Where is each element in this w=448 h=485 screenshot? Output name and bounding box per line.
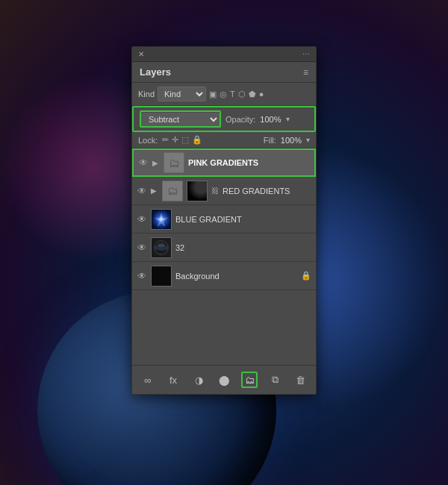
layer-thumb-pink-gradients: 🗂: [164, 152, 184, 173]
layers-list: 👁 ▶ 🗂 PINK GRADIENTS 👁 ▶ 🗂 ⛓ RED GRADIEN…: [132, 148, 316, 290]
lock-label: Lock:: [138, 136, 158, 145]
lock-pixels-icon[interactable]: ✏: [162, 135, 169, 145]
link-button[interactable]: ∞: [140, 372, 156, 388]
filter-pixel-icon[interactable]: ▣: [209, 90, 217, 99]
layer-thumb-background: [151, 266, 172, 287]
panel-title: Layers: [140, 66, 171, 78]
svg-point-4: [158, 242, 164, 247]
duplicate-button[interactable]: ⧉: [267, 372, 283, 388]
blend-select-wrapper: Subtract: [140, 110, 221, 128]
bottom-toolbar: ∞ fx ◑ ⬤ 🗂 ⧉ 🗑: [132, 365, 316, 394]
filter-smart-icon[interactable]: ⬟: [249, 90, 256, 99]
layer-row[interactable]: 👁 BLUE GRADIENT: [132, 205, 316, 234]
layer-name-32: 32: [175, 243, 311, 252]
filter-row: Kind Kind ▣ ◎ T ⬡ ⬟ ●: [132, 83, 316, 106]
fx-button[interactable]: fx: [165, 372, 181, 388]
visibility-icon-pink-gradients[interactable]: 👁: [138, 157, 149, 168]
link-icon-red-gradients: ⛓: [211, 187, 219, 195]
filter-adjust-icon[interactable]: ◎: [220, 90, 227, 99]
layer-locked-icon: 🔒: [301, 271, 311, 281]
lock-all-icon[interactable]: 🔒: [192, 135, 202, 145]
opacity-arrow[interactable]: ▾: [286, 115, 290, 123]
drag-handle: ⋯: [302, 50, 310, 58]
close-icon[interactable]: ✕: [138, 50, 144, 58]
svg-rect-5: [152, 266, 171, 286]
layer-thumb-red-gradients: 🗂: [162, 181, 183, 201]
visibility-icon-red-gradients[interactable]: 👁: [137, 186, 147, 196]
visibility-icon-32[interactable]: 👁: [137, 242, 147, 253]
lock-move-icon[interactable]: ✛: [172, 135, 178, 145]
panel-header: Layers ≡: [132, 62, 316, 83]
expand-icon-pink-gradients[interactable]: ▶: [152, 159, 160, 167]
blend-mode-select[interactable]: Subtract: [141, 113, 220, 126]
layers-panel: ✕ ⋯ Layers ≡ Kind Kind ▣ ◎ T ⬡ ⬟ ● Subtr…: [131, 46, 317, 395]
layer-row[interactable]: 👁 Background 🔒: [132, 262, 316, 290]
adjustment-button[interactable]: ◑: [190, 372, 207, 388]
fill-value[interactable]: 100%: [281, 136, 302, 145]
opacity-label: Opacity:: [225, 115, 255, 124]
panel-menu-icon[interactable]: ≡: [303, 67, 308, 78]
filter-kind-label: Kind: [138, 90, 155, 98]
filter-shape-icon[interactable]: ⬡: [238, 90, 246, 99]
visibility-icon-background[interactable]: 👁: [137, 271, 147, 281]
layer-mask-red-gradients: [187, 181, 208, 201]
filter-kind-select[interactable]: Kind: [158, 87, 206, 101]
layer-thumb-32: [151, 237, 172, 258]
visibility-icon-blue-gradient[interactable]: 👁: [137, 214, 147, 225]
layer-name-blue-gradient: BLUE GRADIENT: [175, 215, 311, 224]
new-group-button[interactable]: 🗂: [241, 372, 258, 388]
fill-label: Fill:: [264, 136, 276, 145]
delete-button[interactable]: 🗑: [292, 372, 308, 388]
layer-row[interactable]: 👁 ▶ 🗂 PINK GRADIENTS: [132, 148, 316, 177]
layer-row[interactable]: 👁 ▶ 🗂 ⛓ RED GRADIENTS: [132, 177, 316, 205]
layer-name-red-gradients: RED GRADIENTS: [223, 187, 311, 195]
layers-spacer: [132, 290, 316, 365]
lock-artboard-icon[interactable]: ⬚: [181, 135, 189, 145]
panel-titlebar: ✕ ⋯: [132, 47, 316, 62]
opacity-value[interactable]: 100%: [260, 115, 281, 124]
lock-row: Lock: ✏ ✛ ⬚ 🔒 Fill: 100% ▾: [132, 132, 316, 148]
blend-mode-row: Subtract Opacity: 100% ▾: [132, 106, 316, 132]
layer-thumb-blue-gradient: [151, 209, 172, 230]
fill-arrow[interactable]: ▾: [306, 136, 310, 144]
expand-icon-red-gradients[interactable]: ▶: [151, 187, 158, 195]
mask-button[interactable]: ⬤: [216, 372, 232, 388]
lock-icons: ✏ ✛ ⬚ 🔒: [162, 135, 258, 145]
filter-type-icon[interactable]: T: [230, 90, 235, 98]
layer-name-background: Background: [175, 272, 297, 281]
filter-circle-icon[interactable]: ●: [259, 90, 264, 98]
layer-name-pink-gradients: PINK GRADIENTS: [188, 158, 310, 167]
layer-row[interactable]: 👁 32: [132, 234, 316, 262]
